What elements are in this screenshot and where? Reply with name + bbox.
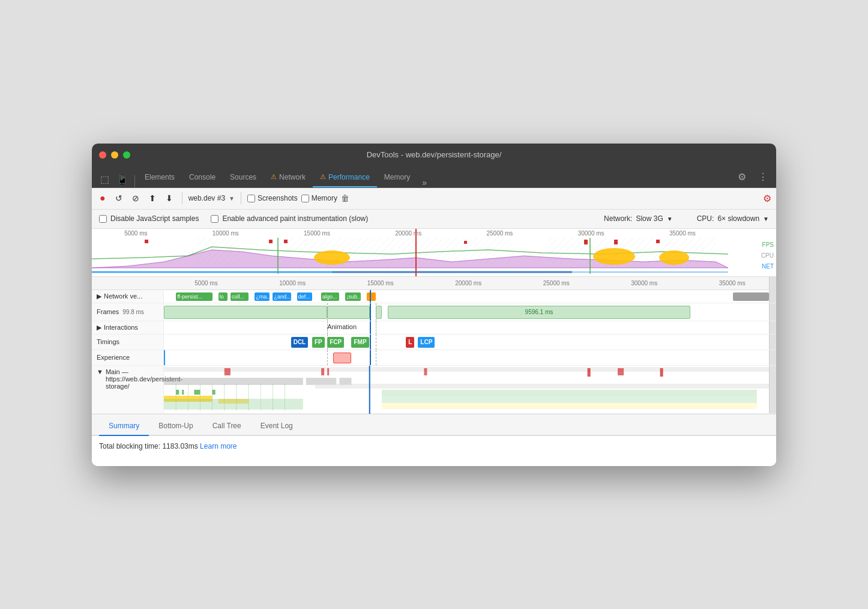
tab-network-label: Network (279, 173, 306, 181)
dashed-1 (327, 303, 328, 321)
profile-select[interactable]: web.dev #3 (188, 194, 225, 202)
separator (134, 175, 135, 187)
dashed-exp-2 (376, 350, 376, 365)
event-log-tab-label: Event Log (261, 422, 293, 430)
tab-elements[interactable]: Elements (137, 168, 182, 187)
perf-settings-button[interactable]: ⚙ (763, 193, 771, 204)
minimize-button[interactable] (111, 151, 118, 159)
tab-network[interactable]: ⚠ Network (264, 168, 313, 187)
network-throttle-group: Network: Slow 3G ▼ (604, 214, 673, 223)
device-toolbar-icon[interactable]: 📱 (113, 171, 132, 187)
svg-rect-11 (145, 240, 148, 243)
frame-bar-1 (164, 306, 327, 319)
blue-marker-timings (370, 335, 371, 350)
network-chip-ma: ¿ma... (255, 292, 270, 301)
screenshots-checkbox[interactable] (247, 195, 255, 202)
profile-dropdown-arrow[interactable]: ▼ (229, 195, 235, 202)
cpu-dropdown-arrow[interactable]: ▼ (763, 216, 769, 222)
dashed-interactions-2 (376, 321, 376, 334)
svg-rect-28 (327, 368, 329, 375)
frames-label-text: Frames (97, 308, 119, 315)
experience-label-text: Experience (97, 354, 130, 361)
overview-chart (92, 229, 776, 277)
fmp-badge: FMP (351, 337, 369, 348)
memory-checkbox[interactable] (301, 195, 309, 202)
interactions-track[interactable]: ▶ Interactions Animation (92, 321, 776, 335)
svg-point-6 (593, 248, 635, 265)
svg-rect-17 (656, 240, 660, 243)
network-chip-dot: .. (367, 292, 376, 301)
upload-button[interactable]: ⬆ (146, 192, 159, 205)
enable-paint-group: Enable advanced paint instrumentation (s… (211, 214, 368, 223)
interactions-track-content[interactable]: Animation (164, 321, 769, 334)
download-button[interactable]: ⬇ (163, 192, 176, 205)
experience-left-border (164, 350, 165, 365)
experience-track[interactable]: Experience (92, 350, 776, 366)
inspector-icon[interactable]: ⬚ (97, 171, 113, 187)
frames-value1: 99.8 ms (122, 309, 144, 315)
svg-rect-14 (464, 241, 467, 244)
network-throttle-value: Slow 3G (636, 214, 663, 223)
frames-track-content[interactable]: 9596.1 ms (164, 303, 769, 321)
tab-memory[interactable]: Memory (377, 168, 417, 187)
network-track-content[interactable]: ff-persist... lo coll... ¿ma... ¿and... … (164, 290, 769, 303)
ruler2-10000: 10000 ms (279, 280, 306, 286)
svg-rect-45 (164, 399, 303, 410)
ruler2-15000: 15000 ms (367, 280, 394, 286)
stop-button[interactable]: ⊘ (129, 192, 142, 205)
interactions-track-label: ▶ Interactions (92, 321, 164, 334)
disable-js-samples-label: Disable JavaScript samples (110, 214, 199, 223)
ruler2-20000: 20000 ms (455, 280, 481, 286)
disable-js-samples-checkbox[interactable] (99, 215, 107, 223)
network-chip-lo: lo (219, 292, 228, 301)
more-tabs-button[interactable]: » (417, 178, 432, 187)
network-expand-icon[interactable]: ▶ (97, 292, 101, 300)
total-blocking-time: Total blocking time: 1183.03ms (99, 442, 198, 450)
clear-button[interactable]: 🗑 (341, 193, 349, 203)
frame-bar-big: 9596.1 ms (388, 306, 690, 319)
reload-record-button[interactable]: ↺ (112, 192, 125, 205)
main-track-label: ▼ Main — https://web.dev/persistent-stor… (92, 366, 164, 413)
main-track-content[interactable] (164, 366, 769, 414)
experience-track-content[interactable] (164, 350, 769, 365)
tab-performance[interactable]: ⚠ Performance (313, 168, 377, 187)
tab-sources[interactable]: Sources (223, 168, 264, 187)
tab-console[interactable]: Console (182, 168, 223, 187)
interactions-expand-icon[interactable]: ▶ (97, 324, 101, 332)
close-button[interactable] (99, 151, 106, 159)
experience-bar (333, 353, 351, 363)
screenshots-checkbox-group: Screenshots (247, 194, 298, 202)
fcp-badge: FCP (327, 337, 344, 348)
timings-label-text: Timings (97, 338, 119, 345)
frames-track[interactable]: Frames 99.8 ms 9596.1 ms (92, 303, 776, 321)
timings-track-content[interactable]: DCL FP FCP FMP L LCP (164, 335, 769, 350)
tab-bar: ⬚ 📱 Elements Console Sources ⚠ Network ⚠… (92, 166, 776, 188)
tab-event-log[interactable]: Event Log (251, 417, 303, 436)
performance-warn-icon: ⚠ (320, 173, 326, 181)
timeline-overview[interactable]: 5000 ms 10000 ms 15000 ms 20000 ms 25000… (92, 229, 776, 277)
devtools-window: DevTools - web.dev/persistent-storage/ ⬚… (92, 144, 776, 466)
learn-more-link[interactable]: Learn more (200, 442, 237, 450)
tab-summary[interactable]: Summary (99, 417, 149, 436)
separator2 (241, 192, 241, 204)
svg-rect-49 (382, 403, 757, 409)
tab-bottom-up[interactable]: Bottom-Up (149, 417, 202, 436)
cpu-throttle-group: CPU: 6× slowdown ▼ (697, 214, 769, 223)
network-track[interactable]: ▶ Network ve... ff-persist... lo coll...… (92, 290, 776, 303)
network-dropdown-arrow[interactable]: ▼ (667, 216, 673, 222)
timings-track[interactable]: Timings DCL FP FCP FMP L LCP (92, 335, 776, 350)
dashed-timings-1 (327, 335, 328, 350)
maximize-button[interactable] (123, 151, 130, 159)
settings-icon[interactable]: ⚙ (734, 169, 750, 185)
main-track[interactable]: ▼ Main — https://web.dev/persistent-stor… (92, 366, 776, 414)
tab-call-tree[interactable]: Call Tree (203, 417, 251, 436)
timings-track-label: Timings (92, 335, 164, 350)
network-track-label: ▶ Network ve... (92, 290, 164, 303)
summary-tab-label: Summary (109, 422, 139, 430)
blue-marker-network (370, 290, 371, 303)
enable-paint-checkbox[interactable] (211, 215, 219, 223)
main-expand-icon[interactable]: ▼ (97, 368, 103, 375)
record-button[interactable]: ● (97, 191, 109, 205)
more-options-icon[interactable]: ⋮ (755, 169, 771, 185)
svg-rect-27 (321, 368, 324, 375)
